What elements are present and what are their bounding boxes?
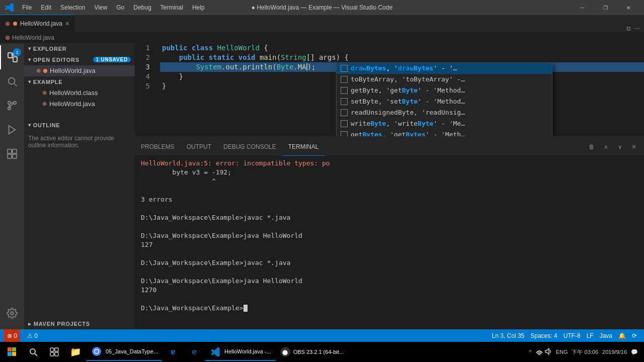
obs-taskbar-btn[interactable]: ⬤ OBS 23.2.1 (64-bit... <box>276 343 348 361</box>
file-helloworld-java[interactable]: ⊗ HelloWorld.java <box>24 99 135 110</box>
source-control-activity-icon[interactable] <box>0 94 24 118</box>
search-taskbar-btn[interactable] <box>23 343 43 361</box>
obs-icon: ⬤ <box>280 347 290 357</box>
panel-close-button[interactable]: ✕ <box>628 141 640 153</box>
explorer-taskbar-btn[interactable]: 📁 <box>65 343 86 361</box>
outline-header-label: OUTLINE <box>33 122 60 128</box>
open-editors-header[interactable]: ▾ OPEN EDITORS 1 UNSAVED <box>24 54 135 65</box>
status-spaces[interactable]: Spaces: 4 <box>527 329 560 342</box>
tab-terminal[interactable]: TERMINAL <box>282 138 325 156</box>
ac-item-4[interactable]: readUnsignedByte, 'readUnsig… <box>337 107 552 118</box>
svg-rect-22 <box>50 352 54 356</box>
edge-taskbar-btn[interactable]: e <box>163 343 183 361</box>
tab-helloworld[interactable]: ⊗ HelloWorld.java × <box>0 15 75 32</box>
outline-header[interactable]: ▾ OUTLINE <box>24 120 135 131</box>
open-file-helloworld[interactable]: ⊗ HelloWorld.java <box>24 65 135 76</box>
menu-view[interactable]: View <box>90 3 111 12</box>
minimize-button[interactable]: ─ <box>571 0 594 15</box>
ie-taskbar-btn[interactable]: e <box>184 343 204 361</box>
menu-selection[interactable]: Selection <box>56 3 89 12</box>
ac-item-2[interactable]: getByte, 'getByte' - 'Method… <box>337 85 552 96</box>
svg-rect-21 <box>55 348 58 351</box>
ac-checkbox-4 <box>341 109 348 116</box>
ac-text-6: getBytes, 'getBytes' - 'Meth… <box>351 131 548 136</box>
status-errors[interactable]: ⊗ 0 <box>4 329 20 342</box>
activity-bar: 1 <box>0 43 24 329</box>
maven-projects-header[interactable]: ▸ MAVEN PROJECTS <box>24 318 135 329</box>
tab-close-button[interactable]: × <box>65 20 69 28</box>
network-icon[interactable] <box>536 348 543 356</box>
notification-icon[interactable]: 💬 <box>631 349 638 355</box>
menu-file[interactable]: File <box>18 3 36 12</box>
breadcrumb-file: HelloWorld.java <box>12 34 54 41</box>
menu-edit[interactable]: Edit <box>37 3 55 12</box>
vscode-taskbar-btn[interactable]: HelloWorld.java -... <box>205 343 275 361</box>
tab-error-icon: ⊗ <box>5 20 10 27</box>
close-button[interactable]: ✕ <box>617 0 640 15</box>
terminal-content[interactable]: HelloWorld.java:5: error: incompatible t… <box>135 156 644 329</box>
ac-item-5[interactable]: writeByte, 'writeByte' - 'Me… <box>337 118 552 129</box>
status-encoding[interactable]: UTF-8 <box>560 329 584 342</box>
explorer-header[interactable]: ▾ EXPLORER <box>24 43 135 54</box>
panel-up-button[interactable]: ∧ <box>600 141 612 153</box>
status-bell-icon[interactable]: 🔔 <box>615 329 629 342</box>
more-actions-icon[interactable]: ⋯ <box>634 25 640 32</box>
ac-text-4: readUnsignedByte, 'readUnsig… <box>351 109 548 116</box>
status-sync-icon[interactable]: ⟳ <box>629 329 640 342</box>
breadcrumb: ⊗ HelloWorld.java <box>0 33 644 43</box>
svg-rect-11 <box>8 154 12 158</box>
volume-icon[interactable] <box>545 348 552 356</box>
autocomplete-dropdown[interactable]: drawBytes, 'drawBytes' - '… toByteArray,… <box>336 62 552 136</box>
statusbar: ⊗ 0 ⚠ 0 Ln 3, Col 35 Spaces: 4 UTF-8 LF … <box>0 329 644 342</box>
ac-item-0[interactable]: drawBytes, 'drawBytes' - '… <box>337 63 552 74</box>
ac-checkbox-2 <box>341 87 348 94</box>
taskview-btn[interactable] <box>44 343 64 361</box>
line-num-3: 3 <box>139 62 155 72</box>
file-helloworld-class[interactable]: ⊗ HelloWorld.class <box>24 87 135 99</box>
ac-item-3[interactable]: setByte, 'setByte' - 'Method… <box>337 96 552 107</box>
panel-trash-button[interactable]: 🗑 <box>586 141 598 153</box>
code-editor[interactable]: 1 2 3 4 5 public class HelloWorld { publ… <box>135 43 644 136</box>
extensions-activity-icon[interactable] <box>0 142 24 166</box>
language-indicator[interactable]: ENG <box>556 349 568 355</box>
svg-rect-2 <box>13 57 17 62</box>
explorer-activity-icon[interactable]: 1 <box>0 45 24 69</box>
panel-toolbar: 🗑 ∧ ∨ ✕ <box>586 141 644 153</box>
explorer-badge: 1 <box>13 48 21 56</box>
tab-debug-console[interactable]: DEBUG CONSOLE <box>217 138 282 156</box>
terminal-line-11 <box>141 249 638 258</box>
tray-up-icon[interactable]: ^ <box>529 349 531 355</box>
settings-activity-icon[interactable] <box>0 301 24 325</box>
terminal-line-13 <box>141 267 638 277</box>
tab-label: HelloWorld.java <box>20 20 62 27</box>
tab-bar: ⊗ HelloWorld.java × ⧉ ⋯ <box>0 15 644 33</box>
open-file-modified-dot <box>43 69 47 73</box>
split-editor-icon[interactable]: ⧉ <box>626 25 631 32</box>
tab-problems[interactable]: PROBLEMS <box>135 138 181 156</box>
ac-item-6[interactable]: getBytes, 'getBytes' - 'Meth… <box>337 129 552 136</box>
tab-output[interactable]: OUTPUT <box>181 138 217 156</box>
search-activity-icon[interactable] <box>0 69 24 94</box>
panel-down-button[interactable]: ∨ <box>614 141 626 153</box>
menu-go[interactable]: Go <box>112 3 128 12</box>
menu-help[interactable]: Help <box>188 3 209 12</box>
status-position[interactable]: Ln 3, Col 35 <box>489 329 528 342</box>
menu-terminal[interactable]: Terminal <box>156 3 187 12</box>
sidebar: ▾ EXPLORER ▾ OPEN EDITORS 1 UNSAVED ⊗ He… <box>24 43 135 329</box>
tab-modified-dot <box>13 22 17 26</box>
maximize-button[interactable]: ❐ <box>594 0 617 15</box>
example-folder-header[interactable]: ▾ EXAMPLE <box>24 76 135 87</box>
start-button[interactable] <box>2 343 22 361</box>
status-line-ending[interactable]: LF <box>584 329 597 342</box>
menu-debug[interactable]: Debug <box>129 3 155 12</box>
chrome-taskbar-btn[interactable]: 05_Java_DataType... <box>87 343 162 361</box>
ac-item-1[interactable]: toByteArray, 'toByteArray' -… <box>337 74 552 85</box>
status-language[interactable]: Java <box>597 329 615 342</box>
debug-activity-icon[interactable] <box>0 118 24 142</box>
open-editors-chevron-icon: ▾ <box>28 57 31 62</box>
svg-line-19 <box>35 353 37 356</box>
status-warnings[interactable]: ⚠ 0 <box>24 329 41 342</box>
titlebar: File Edit Selection View Go Debug Termin… <box>0 0 644 15</box>
svg-point-3 <box>9 77 15 84</box>
svg-rect-9 <box>8 149 12 153</box>
